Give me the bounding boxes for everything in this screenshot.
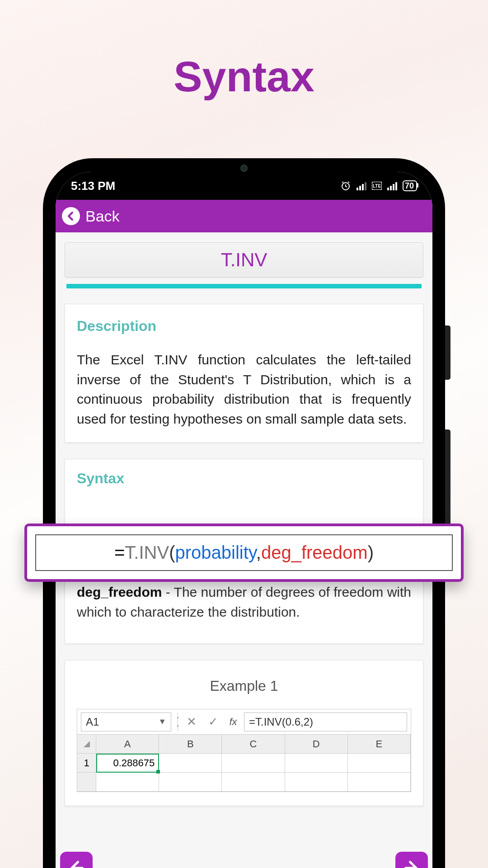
col-header-c[interactable]: C: [222, 735, 285, 754]
svg-rect-9: [393, 184, 394, 190]
phone-screen: 5:13 PM LTE 70 Back: [56, 172, 432, 868]
back-label[interactable]: Back: [85, 208, 120, 225]
phone-frame: 5:13 PM LTE 70 Back: [43, 158, 445, 868]
cell-c2[interactable]: [222, 773, 285, 792]
sheet-grid: A B C D E 1 0.288675: [77, 735, 411, 792]
description-label: Description: [77, 318, 411, 335]
col-header-a[interactable]: A: [96, 735, 159, 754]
next-button[interactable]: [395, 852, 428, 868]
param-deg-freedom: deg_freedom - The number of degrees of f…: [77, 582, 411, 622]
status-time: 5:13 PM: [71, 179, 115, 193]
example-card: Example 1 A1 ▼ ✕ ✓ fx =T.INV(0.6,2): [65, 660, 423, 806]
divider-bar: [66, 284, 422, 288]
description-text: The Excel T.INV function calculates the …: [77, 350, 411, 429]
svg-rect-7: [387, 188, 389, 190]
syntax-callout: =T.INV(probability,deg_freedom): [24, 524, 464, 582]
col-header-e[interactable]: E: [348, 735, 411, 754]
cell-b1[interactable]: [159, 754, 222, 773]
cell-reference-box[interactable]: A1 ▼: [81, 712, 171, 731]
cell-e1[interactable]: [348, 754, 411, 773]
svg-rect-10: [395, 182, 397, 190]
app-bar: Back: [56, 200, 432, 232]
example-label: Example 1: [77, 678, 411, 694]
svg-rect-4: [365, 182, 366, 190]
cell-e2[interactable]: [348, 773, 411, 792]
battery-icon: 70: [403, 180, 417, 191]
cancel-icon[interactable]: ✕: [181, 715, 202, 729]
arrow-left-icon: [67, 859, 85, 868]
svg-rect-2: [359, 186, 361, 190]
cell-c1[interactable]: [222, 754, 285, 773]
sheet-toolbar: A1 ▼ ✕ ✓ fx =T.INV(0.6,2): [77, 709, 411, 735]
prev-button[interactable]: [60, 852, 93, 868]
signal-icon: [357, 181, 366, 190]
cell-d1[interactable]: [285, 754, 348, 773]
phone-notch: [176, 158, 312, 178]
cell-a2[interactable]: [96, 773, 159, 792]
col-header-d[interactable]: D: [285, 735, 348, 754]
cell-b2[interactable]: [159, 773, 222, 792]
svg-rect-3: [362, 184, 364, 190]
svg-rect-8: [390, 186, 392, 190]
alarm-icon: [340, 180, 351, 191]
cell-d2[interactable]: [285, 773, 348, 792]
toolbar-separator: [178, 712, 178, 731]
arrow-right-icon: [403, 859, 421, 868]
check-icon[interactable]: ✓: [202, 715, 224, 729]
arrow-left-icon: [66, 211, 76, 222]
svg-rect-1: [357, 188, 358, 190]
svg-text:LTE: LTE: [373, 184, 381, 189]
function-name-header: T.INV: [65, 242, 423, 278]
signal-icon-2: [387, 181, 397, 190]
fx-icon[interactable]: fx: [224, 716, 242, 728]
spreadsheet: A1 ▼ ✕ ✓ fx =T.INV(0.6,2) A: [77, 709, 411, 792]
back-button[interactable]: [62, 207, 80, 225]
dropdown-icon: ▼: [158, 717, 166, 726]
description-card: Description The Excel T.INV function cal…: [65, 304, 423, 443]
page-title: Syntax: [0, 0, 488, 101]
cell-a1[interactable]: 0.288675: [96, 754, 159, 773]
col-header-b[interactable]: B: [159, 735, 222, 754]
syntax-label: Syntax: [77, 470, 411, 487]
syntax-formula: =T.INV(probability,deg_freedom): [35, 534, 453, 571]
select-all-corner[interactable]: [77, 735, 96, 754]
row-header-1[interactable]: 1: [77, 754, 96, 773]
row-header-2[interactable]: [77, 773, 96, 792]
lte-icon: LTE: [372, 182, 382, 190]
formula-bar[interactable]: =T.INV(0.6,2): [244, 712, 407, 731]
